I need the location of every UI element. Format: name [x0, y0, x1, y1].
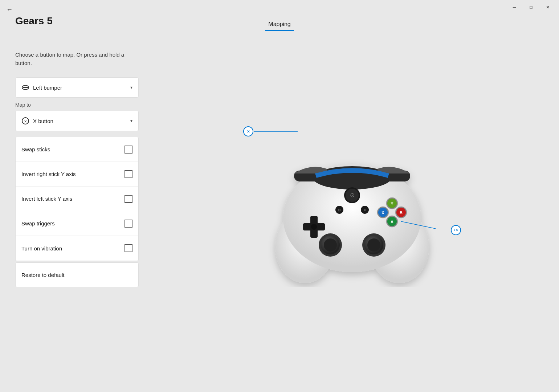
back-button[interactable]: ←	[4, 4, 15, 15]
x-button-icon: ✕	[21, 117, 29, 125]
mapping-tab[interactable]: Mapping	[268, 21, 290, 30]
invert-left-stick-row[interactable]: Invert left stick Y axis	[16, 187, 138, 211]
close-button[interactable]: ✕	[539, 1, 556, 13]
svg-text:X: X	[381, 211, 384, 215]
swap-triggers-label: Swap triggers	[21, 220, 55, 226]
swap-sticks-label: Swap sticks	[21, 146, 50, 152]
x-annotation-badge: ✕	[243, 126, 253, 136]
svg-point-20	[311, 224, 317, 230]
lb-annotation: LB	[451, 225, 461, 235]
app-title: Gears 5	[15, 15, 53, 27]
back-icon: ←	[6, 6, 13, 13]
invert-right-stick-checkbox[interactable]	[125, 170, 132, 178]
swap-sticks-row[interactable]: Swap sticks	[16, 137, 138, 162]
tab-bar: Mapping	[265, 21, 294, 31]
button-dropdown-label: Left bumper	[21, 83, 62, 91]
controller-container: ⊙ ≡ ⊡ Y	[243, 123, 461, 298]
button-dropdown-chevron: ▾	[130, 85, 132, 90]
svg-text:Y: Y	[391, 201, 393, 206]
map-to-dropdown-label: ✕ X button	[21, 117, 53, 125]
map-to-chevron: ▾	[130, 118, 132, 123]
lb-annotation-badge: LB	[451, 225, 461, 235]
map-to-dropdown[interactable]: ✕ X button ▾	[15, 111, 139, 131]
svg-point-26	[367, 238, 380, 252]
invert-left-stick-label: Invert left stick Y axis	[21, 196, 72, 202]
button-dropdown[interactable]: Left bumper ▾	[15, 77, 139, 98]
x-annotation: ✕	[243, 126, 298, 136]
turn-on-vibration-checkbox[interactable]	[125, 244, 132, 252]
restore-default-row[interactable]: Restore to default	[15, 262, 139, 287]
svg-text:⊡: ⊡	[338, 208, 341, 212]
map-to-dropdown-value: X button	[33, 118, 53, 124]
svg-text:⊙: ⊙	[350, 192, 355, 198]
turn-on-vibration-label: Turn on vibration	[21, 245, 62, 252]
svg-point-23	[324, 238, 337, 252]
invert-right-stick-row[interactable]: Invert right stick Y axis	[16, 162, 138, 187]
maximize-button[interactable]: □	[523, 1, 539, 13]
checkbox-list: Swap sticks Invert right stick Y axis In…	[15, 137, 139, 261]
invert-left-stick-checkbox[interactable]	[125, 195, 132, 203]
map-to-label: Map to	[15, 102, 139, 108]
left-panel: Choose a button to map. Or press and hol…	[15, 51, 139, 287]
titlebar: ─ □ ✕	[0, 0, 559, 15]
tab-underline	[265, 30, 294, 31]
instruction-text: Choose a button to map. Or press and hol…	[15, 51, 139, 67]
bumper-icon	[21, 83, 29, 91]
turn-on-vibration-row[interactable]: Turn on vibration	[16, 236, 138, 261]
svg-text:A: A	[391, 220, 393, 224]
swap-sticks-checkbox[interactable]	[125, 146, 132, 154]
svg-text:B: B	[400, 211, 403, 215]
restore-default-label: Restore to default	[21, 272, 64, 278]
swap-triggers-checkbox[interactable]	[125, 220, 132, 228]
swap-triggers-row[interactable]: Swap triggers	[16, 211, 138, 236]
controller-area: ⊙ ≡ ⊡ Y	[160, 44, 544, 377]
minimize-button[interactable]: ─	[506, 1, 523, 13]
button-dropdown-value: Left bumper	[33, 85, 62, 91]
svg-text:✕: ✕	[24, 119, 27, 123]
controller-svg: ⊙ ≡ ⊡ Y	[258, 134, 446, 287]
invert-right-stick-label: Invert right stick Y axis	[21, 171, 76, 177]
svg-text:≡: ≡	[364, 208, 366, 212]
